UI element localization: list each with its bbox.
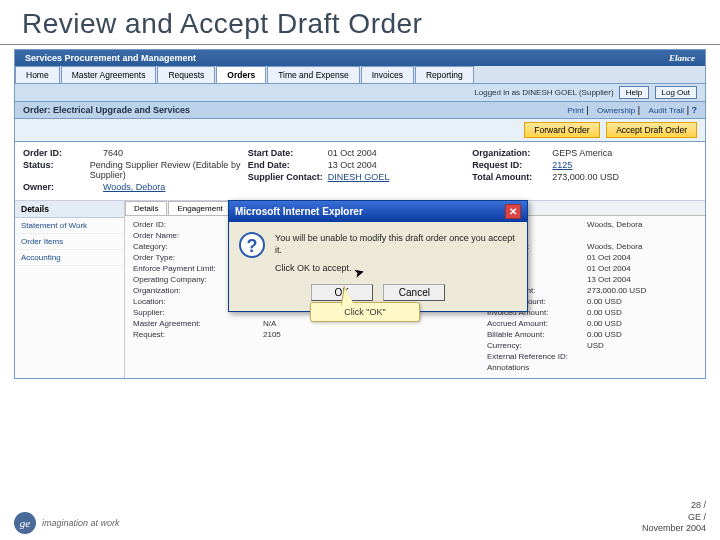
detail-value-right: Woods, Debora — [587, 220, 697, 229]
dialog-line1: You will be unable to modify this draft … — [275, 232, 517, 256]
tab-time-expense[interactable]: Time and Expense — [267, 66, 360, 83]
detail-row: Annotations — [133, 363, 697, 372]
ge-tagline: imagination at work — [42, 518, 120, 528]
accept-draft-order-button[interactable]: Accept Draft Order — [606, 122, 697, 138]
help-button[interactable]: Help — [619, 86, 649, 99]
print-link[interactable]: Print — [567, 106, 583, 115]
detail-label — [133, 341, 263, 350]
dialog-line2: Click OK to accept. — [275, 262, 517, 274]
detail-value — [263, 341, 487, 350]
owner-label: Owner: — [23, 182, 103, 192]
tab-orders[interactable]: Orders — [216, 66, 266, 83]
sidebar-item-order-items[interactable]: Order Items — [15, 234, 124, 250]
detail-value-right: USD — [587, 341, 697, 350]
supplier-contact-label: Supplier Contact: — [248, 172, 328, 182]
detail-label-right: Annotations — [487, 363, 587, 372]
total-amount-label: Total Amount: — [472, 172, 552, 182]
end-date-value: 13 Oct 2004 — [328, 160, 377, 170]
detail-label-right: Billable Amount: — [487, 330, 587, 339]
request-id-value[interactable]: 2125 — [552, 160, 572, 170]
logged-in-text: Logged in as DINESH GOEL (Supplier) — [474, 88, 613, 97]
detail-value-right — [587, 363, 697, 372]
status-value: Pending Supplier Review (Editable by Sup… — [90, 160, 248, 180]
user-bar: Logged in as DINESH GOEL (Supplier) Help… — [15, 84, 705, 102]
detail-value: 2105 — [263, 330, 487, 339]
app-title: Services Procurement and Management — [25, 53, 196, 63]
tab-invoices[interactable]: Invoices — [361, 66, 414, 83]
detail-label-right: Accrued Amount: — [487, 319, 587, 328]
detail-label-right: Currency: — [487, 341, 587, 350]
detail-value — [263, 352, 487, 361]
footer-date: November 2004 — [642, 523, 706, 534]
status-label: Status: — [23, 160, 90, 180]
detail-value-right: 0.00 USD — [587, 319, 697, 328]
action-button-row: Forward Order Accept Draft Order — [15, 119, 705, 142]
order-id-value: 7640 — [103, 148, 123, 158]
dialog-close-button[interactable]: ✕ — [505, 204, 521, 219]
dialog-titlebar: Microsoft Internet Explorer ✕ — [229, 201, 527, 222]
request-id-label: Request ID: — [472, 160, 552, 170]
instruction-callout: Click "OK" — [310, 302, 420, 322]
sidebar-item-sow[interactable]: Statement of Work — [15, 218, 124, 234]
brand-logo: Elance — [669, 53, 695, 63]
detail-value — [263, 363, 487, 372]
organization-label: Organization: — [472, 148, 552, 158]
total-amount-value: 273,000.00 USD — [552, 172, 619, 182]
detail-value-right: 0.00 USD — [587, 297, 697, 306]
order-summary: Order ID:7640 Status:Pending Supplier Re… — [15, 142, 705, 201]
slide-footer: ge imagination at work 28 / GE / Novembe… — [14, 500, 706, 534]
help-icon[interactable]: ? — [692, 105, 698, 115]
detail-row: Request:2105Billable Amount:0.00 USD — [133, 330, 697, 339]
detail-value-right: 0.00 USD — [587, 330, 697, 339]
main-tabs: Home Master Agreements Requests Orders T… — [15, 66, 705, 84]
subtab-details[interactable]: Details — [125, 201, 167, 215]
tab-master-agreements[interactable]: Master Agreements — [61, 66, 157, 83]
subtab-engagement[interactable]: Engagement — [168, 201, 231, 215]
detail-value-right: 0.00 USD — [587, 308, 697, 317]
ownership-link[interactable]: Ownership — [597, 106, 635, 115]
start-date-label: Start Date: — [248, 148, 328, 158]
detail-label — [133, 352, 263, 361]
tab-requests[interactable]: Requests — [157, 66, 215, 83]
organization-value: GEPS America — [552, 148, 612, 158]
end-date-label: End Date: — [248, 160, 328, 170]
detail-value-right: 273,000.00 USD — [587, 286, 697, 295]
tab-home[interactable]: Home — [15, 66, 60, 83]
detail-label: Request: — [133, 330, 263, 339]
dialog-message: You will be unable to modify this draft … — [275, 232, 517, 274]
slide-title: Review and Accept Draft Order — [0, 0, 720, 45]
detail-value-right — [587, 352, 697, 361]
detail-label-right: External Reference ID: — [487, 352, 587, 361]
detail-value-right: 13 Oct 2004 — [587, 275, 697, 284]
side-nav: Details Statement of Work Order Items Ac… — [15, 201, 125, 378]
detail-value-right: Woods, Debora — [587, 242, 697, 251]
audit-trail-link[interactable]: Audit Trail — [649, 106, 685, 115]
detail-label — [133, 363, 263, 372]
detail-row: External Reference ID: — [133, 352, 697, 361]
detail-label: Master Agreement: — [133, 319, 263, 328]
order-header: Order: Electrical Upgrade and Services P… — [15, 102, 705, 119]
ge-logo-icon: ge — [14, 512, 36, 534]
logout-button[interactable]: Log Out — [655, 86, 697, 99]
order-title: Order: Electrical Upgrade and Services — [23, 105, 190, 115]
forward-order-button[interactable]: Forward Order — [524, 122, 599, 138]
dialog-title: Microsoft Internet Explorer — [235, 206, 363, 217]
dialog-cancel-button[interactable]: Cancel — [383, 284, 445, 301]
question-icon: ? — [239, 232, 265, 258]
app-header: Services Procurement and Management Elan… — [15, 50, 705, 66]
start-date-value: 01 Oct 2004 — [328, 148, 377, 158]
side-nav-heading: Details — [15, 201, 124, 218]
page-number: 28 / — [642, 500, 706, 511]
confirm-dialog: Microsoft Internet Explorer ✕ ? You will… — [228, 200, 528, 312]
tab-reporting[interactable]: Reporting — [415, 66, 474, 83]
detail-value-right: 01 Oct 2004 — [587, 253, 697, 262]
detail-value-right: 01 Oct 2004 — [587, 264, 697, 273]
order-id-label: Order ID: — [23, 148, 103, 158]
supplier-contact-value[interactable]: DINESH GOEL — [328, 172, 390, 182]
detail-value-right — [587, 231, 697, 240]
owner-value[interactable]: Woods, Debora — [103, 182, 165, 192]
sidebar-item-accounting[interactable]: Accounting — [15, 250, 124, 266]
company-name: GE / — [642, 512, 706, 523]
detail-row: Currency:USD — [133, 341, 697, 350]
